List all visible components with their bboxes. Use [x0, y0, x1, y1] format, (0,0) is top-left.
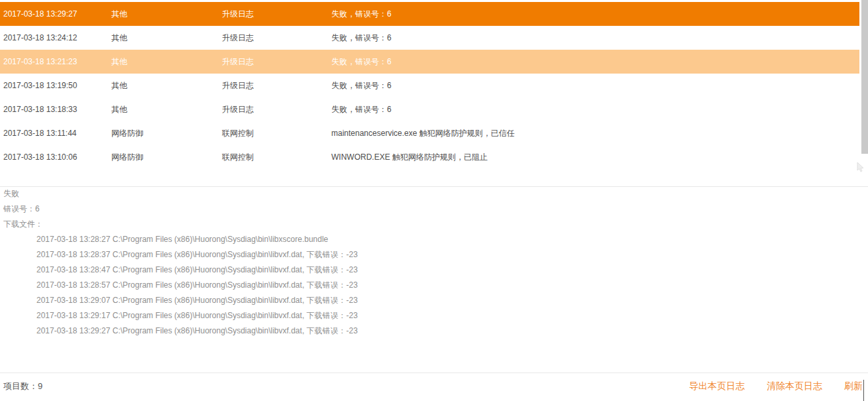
log-table: 2017-03-18 13:29:27 其他 升级日志 失败，错误号：6 201… — [0, 2, 859, 169]
log-row[interactable]: 2017-03-18 13:21:23 其他 升级日志 失败，错误号：6 — [0, 50, 859, 74]
log-message: 失败，错误号：6 — [331, 26, 859, 50]
log-type: 联网控制 — [222, 121, 331, 145]
log-row[interactable]: 2017-03-18 13:19:50 其他 升级日志 失败，错误号：6 — [0, 74, 859, 97]
log-row[interactable]: 2017-03-18 13:11:44 网络防御 联网控制 maintenanc… — [0, 121, 859, 145]
download-entry: 2017-03-18 13:28:57 C:\Program Files (x8… — [0, 278, 861, 293]
log-message: 失败，错误号：6 — [331, 2, 859, 26]
refresh-link[interactable]: 刷新 — [844, 380, 863, 392]
log-row[interactable]: 2017-03-18 13:24:12 其他 升级日志 失败，错误号：6 — [0, 26, 859, 50]
log-time: 2017-03-18 13:24:12 — [0, 26, 111, 50]
log-type: 联网控制 — [222, 145, 331, 169]
log-message: 失败，错误号：6 — [331, 97, 859, 121]
log-category: 其他 — [111, 74, 222, 97]
log-time: 2017-03-18 13:29:27 — [0, 2, 111, 26]
log-category: 其他 — [111, 26, 222, 50]
download-entry: 2017-03-18 13:29:27 C:\Program Files (x8… — [0, 323, 861, 339]
download-entry: 2017-03-18 13:28:47 C:\Program Files (x8… — [0, 262, 861, 278]
footer-links: 导出本页日志 清除本页日志 刷新 — [689, 373, 863, 400]
download-entry: 2017-03-18 13:28:27 C:\Program Files (x8… — [0, 232, 861, 247]
log-category: 其他 — [111, 50, 222, 74]
detail-status: 失败 — [0, 186, 861, 201]
log-message: WINWORD.EXE 触犯网络防护规则，已阻止 — [331, 145, 859, 169]
footer-bar: 项目数：9 导出本页日志 清除本页日志 刷新 — [0, 373, 868, 401]
detail-error-code: 错误号：6 — [0, 201, 861, 217]
log-detail-pane: 失败 错误号：6 下载文件： 2017-03-18 13:28:27 C:\Pr… — [0, 186, 861, 339]
log-type: 升级日志 — [222, 26, 331, 50]
clear-page-log-link[interactable]: 清除本页日志 — [767, 380, 822, 392]
download-entry: 2017-03-18 13:29:07 C:\Program Files (x8… — [0, 293, 861, 308]
log-category: 其他 — [111, 97, 222, 121]
log-type: 升级日志 — [222, 50, 331, 74]
log-type: 升级日志 — [222, 74, 331, 97]
log-category: 网络防御 — [111, 145, 222, 169]
log-row[interactable]: 2017-03-18 13:18:33 其他 升级日志 失败，错误号：6 — [0, 97, 859, 121]
log-time: 2017-03-18 13:18:33 — [0, 97, 111, 121]
detail-downloads-label: 下载文件： — [0, 217, 861, 232]
download-entry: 2017-03-18 13:28:37 C:\Program Files (x8… — [0, 247, 861, 262]
scrollbar-thumb[interactable] — [861, 0, 868, 154]
download-entry: 2017-03-18 13:29:17 C:\Program Files (x8… — [0, 308, 861, 323]
log-row[interactable]: 2017-03-18 13:29:27 其他 升级日志 失败，错误号：6 — [0, 2, 859, 26]
log-category: 网络防御 — [111, 121, 222, 145]
log-time: 2017-03-18 13:19:50 — [0, 74, 111, 97]
log-type: 升级日志 — [222, 2, 331, 26]
log-time: 2017-03-18 13:21:23 — [0, 50, 111, 74]
log-message: maintenanceservice.exe 触犯网络防护规则，已信任 — [331, 121, 859, 145]
log-category: 其他 — [111, 2, 222, 26]
mouse-cursor-icon — [857, 162, 865, 176]
window-edge-line — [863, 380, 864, 401]
log-message: 失败，错误号：6 — [331, 50, 859, 74]
log-message: 失败，错误号：6 — [331, 74, 859, 97]
log-row[interactable]: 2017-03-18 13:10:06 网络防御 联网控制 WINWORD.EX… — [0, 145, 859, 169]
log-time: 2017-03-18 13:11:44 — [0, 121, 111, 145]
item-count: 项目数：9 — [3, 373, 42, 400]
vertical-scrollbar[interactable] — [861, 0, 868, 186]
log-type: 升级日志 — [222, 97, 331, 121]
export-page-log-link[interactable]: 导出本页日志 — [689, 380, 745, 392]
log-time: 2017-03-18 13:10:06 — [0, 145, 111, 169]
